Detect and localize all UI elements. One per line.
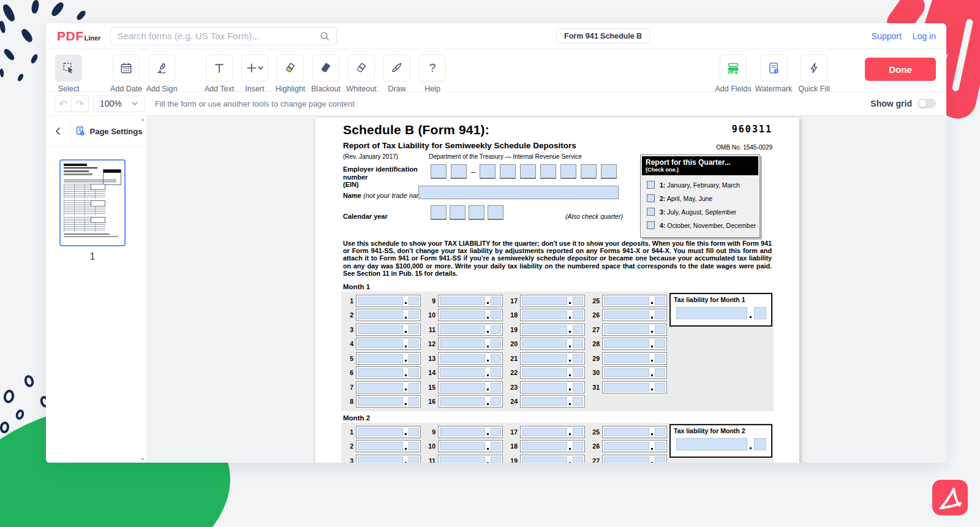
day-dollars-input[interactable] xyxy=(604,442,649,450)
day-amount-field[interactable] xyxy=(438,309,503,321)
day-dollars-input[interactable] xyxy=(358,339,403,348)
day-dollars-input[interactable] xyxy=(522,368,567,377)
day-amount-field[interactable] xyxy=(356,352,421,365)
day-amount-field[interactable] xyxy=(602,295,667,307)
day-cents-input[interactable] xyxy=(409,311,419,319)
add-text-tool-button[interactable]: Add Text xyxy=(202,55,237,93)
sidebar-scrollbar[interactable]: ▲ ▼ xyxy=(140,117,146,461)
done-button[interactable]: Done xyxy=(865,58,936,81)
day-dollars-input[interactable] xyxy=(604,428,649,436)
day-amount-field[interactable] xyxy=(438,352,503,365)
pdfliner-logo[interactable]: PDF Liner xyxy=(57,29,100,44)
select-tool-button[interactable]: Select xyxy=(51,55,86,93)
day-cents-input[interactable] xyxy=(409,325,419,334)
insert-tool-button[interactable]: Insert xyxy=(237,55,273,93)
day-cents-input[interactable] xyxy=(655,354,665,363)
day-cents-input[interactable] xyxy=(573,442,583,450)
day-amount-field[interactable] xyxy=(602,440,667,452)
day-amount-field[interactable] xyxy=(356,381,421,393)
support-link[interactable]: Support xyxy=(872,31,902,41)
quick-fill-tool-button[interactable]: Quick Fill xyxy=(796,55,832,93)
day-amount-field[interactable] xyxy=(520,381,585,393)
day-cents-input[interactable] xyxy=(655,339,665,348)
day-amount-field[interactable] xyxy=(520,366,585,379)
day-amount-field[interactable] xyxy=(602,381,667,393)
tax-dollars-input[interactable] xyxy=(676,438,747,450)
show-grid-toggle[interactable] xyxy=(918,99,936,108)
day-dollars-input[interactable] xyxy=(522,383,567,392)
name-input-field[interactable] xyxy=(418,186,619,199)
day-cents-input[interactable] xyxy=(491,354,501,363)
day-cents-input[interactable] xyxy=(655,297,665,305)
day-dollars-input[interactable] xyxy=(358,297,403,305)
day-dollars-input[interactable] xyxy=(604,354,649,363)
page-thumbnail[interactable] xyxy=(59,159,126,246)
day-dollars-input[interactable] xyxy=(440,397,485,406)
quarter-3-checkbox[interactable] xyxy=(647,208,655,216)
ein-digit-box[interactable] xyxy=(431,164,447,179)
day-amount-field[interactable] xyxy=(520,440,585,452)
day-cents-input[interactable] xyxy=(573,428,583,436)
day-amount-field[interactable] xyxy=(520,309,585,321)
day-cents-input[interactable] xyxy=(655,457,665,463)
ein-digit-box[interactable] xyxy=(560,164,576,179)
day-cents-input[interactable] xyxy=(491,311,501,319)
day-dollars-input[interactable] xyxy=(604,339,649,348)
day-amount-field[interactable] xyxy=(438,295,503,307)
day-cents-input[interactable] xyxy=(655,325,665,334)
day-dollars-input[interactable] xyxy=(440,457,485,463)
blackout-tool-button[interactable]: Blackout xyxy=(308,55,344,93)
day-cents-input[interactable] xyxy=(655,442,665,450)
day-dollars-input[interactable] xyxy=(440,297,485,305)
day-dollars-input[interactable] xyxy=(358,368,403,377)
day-amount-field[interactable] xyxy=(356,455,421,463)
day-dollars-input[interactable] xyxy=(604,383,649,392)
day-dollars-input[interactable] xyxy=(358,457,403,463)
day-cents-input[interactable] xyxy=(409,397,419,406)
day-dollars-input[interactable] xyxy=(604,325,649,334)
day-cents-input[interactable] xyxy=(409,339,419,348)
day-dollars-input[interactable] xyxy=(358,325,403,334)
day-amount-field[interactable] xyxy=(356,426,421,438)
day-cents-input[interactable] xyxy=(573,354,583,363)
day-dollars-input[interactable] xyxy=(440,339,485,348)
day-amount-field[interactable] xyxy=(438,381,503,393)
tax-cents-input[interactable] xyxy=(754,438,766,450)
day-dollars-input[interactable] xyxy=(522,442,567,450)
day-amount-field[interactable] xyxy=(438,426,503,438)
day-dollars-input[interactable] xyxy=(358,428,403,436)
day-amount-field[interactable] xyxy=(356,440,421,452)
tax-cents-input[interactable] xyxy=(754,307,766,319)
help-tool-button[interactable]: ? Help xyxy=(415,55,450,93)
scroll-up-arrow[interactable]: ▲ xyxy=(140,117,146,121)
day-dollars-input[interactable] xyxy=(522,325,567,334)
day-amount-field[interactable] xyxy=(520,352,585,365)
day-amount-field[interactable] xyxy=(438,338,503,350)
search-input[interactable] xyxy=(117,31,319,41)
day-amount-field[interactable] xyxy=(438,440,503,452)
ein-digit-box[interactable] xyxy=(480,164,496,179)
day-amount-field[interactable] xyxy=(602,324,667,336)
day-cents-input[interactable] xyxy=(491,383,501,392)
quarter-2-checkbox[interactable] xyxy=(647,194,655,202)
day-amount-field[interactable] xyxy=(602,455,667,463)
quarter-1-checkbox[interactable] xyxy=(647,181,655,189)
ein-digit-box[interactable] xyxy=(451,164,467,179)
day-cents-input[interactable] xyxy=(491,442,501,450)
year-digit-box[interactable] xyxy=(450,205,466,220)
ein-digit-box[interactable] xyxy=(520,164,536,179)
undo-button[interactable]: ↶ xyxy=(55,95,72,112)
day-cents-input[interactable] xyxy=(573,383,583,392)
scroll-down-arrow[interactable]: ▼ xyxy=(140,457,146,461)
day-amount-field[interactable] xyxy=(602,352,667,365)
day-cents-input[interactable] xyxy=(491,325,501,334)
day-cents-input[interactable] xyxy=(409,368,419,377)
day-dollars-input[interactable] xyxy=(440,354,485,363)
whiteout-tool-button[interactable]: Whiteout xyxy=(344,55,379,93)
day-amount-field[interactable] xyxy=(438,395,503,408)
day-cents-input[interactable] xyxy=(573,457,583,463)
day-amount-field[interactable] xyxy=(356,366,421,379)
day-amount-field[interactable] xyxy=(602,309,667,321)
day-dollars-input[interactable] xyxy=(522,339,567,348)
day-cents-input[interactable] xyxy=(409,383,419,392)
